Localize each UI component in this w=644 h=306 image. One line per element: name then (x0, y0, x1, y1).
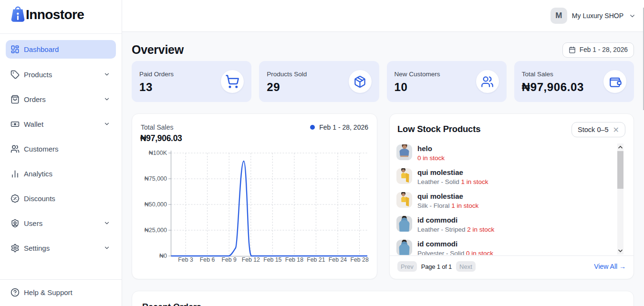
svg-text:₦100K: ₦100K (149, 150, 167, 156)
svg-text:Feb 15: Feb 15 (263, 256, 281, 263)
svg-text:Feb 6: Feb 6 (200, 256, 215, 263)
svg-text:Feb 18: Feb 18 (285, 256, 303, 263)
svg-text:₦0: ₦0 (159, 253, 167, 259)
svg-text:Feb 28: Feb 28 (350, 256, 368, 263)
svg-text:₦75,000: ₦75,000 (145, 175, 167, 182)
svg-text:Feb 24: Feb 24 (329, 256, 347, 263)
svg-text:Feb 21: Feb 21 (307, 256, 325, 263)
svg-text:Feb 12: Feb 12 (242, 256, 260, 263)
svg-text:Feb 9: Feb 9 (221, 256, 237, 263)
svg-text:₦50,000: ₦50,000 (145, 201, 167, 208)
svg-text:Feb 3: Feb 3 (178, 256, 193, 263)
svg-text:₦25,000: ₦25,000 (145, 227, 167, 234)
